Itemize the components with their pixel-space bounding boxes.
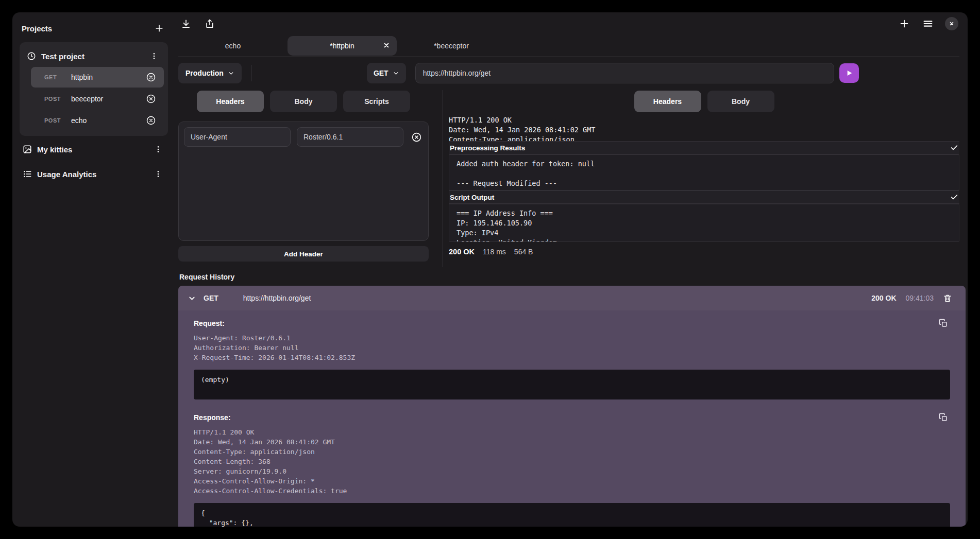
status-time: 118 ms [483,248,506,256]
tab-request-scripts[interactable]: Scripts [343,91,410,112]
menu-button[interactable] [921,17,935,30]
project-header[interactable]: Test project [24,46,164,66]
project-menu-button[interactable] [147,49,161,63]
remove-header-button[interactable] [410,130,423,144]
method-label: GET [374,69,388,77]
project-name: Test project [41,52,142,61]
preprocessing-section-header: Preprocessing Results [449,141,959,154]
header-value-input[interactable] [297,127,403,147]
copy-response-button[interactable] [937,411,950,424]
response-label: Response: [194,413,231,422]
project-group: Test project GET httpbin POST be [20,42,168,136]
check-icon [950,144,958,152]
history-entry: GET https://httpbin.org/get 200 OK 09:41… [178,286,966,527]
check-icon [950,193,958,201]
trash-icon [943,293,952,303]
tab-echo[interactable]: echo [178,36,288,56]
request-item-httpbin[interactable]: GET httpbin [31,67,164,88]
script-output-section-header: Script Output [449,190,959,204]
window-close-button[interactable] [945,17,958,30]
collection-menu-button[interactable] [151,143,165,156]
history-request-section: Request: [194,319,950,328]
method-select[interactable]: GET [367,63,406,83]
close-icon [949,21,955,27]
image-icon [23,145,32,154]
circle-x-icon [146,115,156,126]
copy-icon [939,413,948,422]
remove-request-button[interactable] [144,92,158,106]
request-history-title: Request History [178,271,959,283]
kebab-icon [154,170,162,178]
request-item-echo[interactable]: POST echo [31,110,164,131]
circle-x-icon [146,94,156,104]
history-request-body: (empty) [194,370,950,399]
export-button[interactable] [203,17,216,30]
plus-icon [154,23,164,33]
status-size: 564 B [514,248,533,256]
history-request-headers: User-Agent: Roster/0.6.1 Authorization: … [194,333,950,362]
request-name: beeceptor [71,95,137,103]
tab-request-body[interactable]: Body [270,91,337,112]
history-response-section: Response: [194,413,950,422]
status-code: 200 OK [449,248,475,256]
tab-strip: echo *httpbin *beeceptor [178,35,959,57]
tab-close-icon[interactable] [382,41,391,49]
request-name: httpbin [71,73,137,81]
kebab-icon [150,52,158,60]
environment-select[interactable]: Production [178,63,242,83]
url-input[interactable] [415,63,834,83]
header-row [184,127,423,147]
chevron-down-icon [393,70,399,77]
tab-beeceptor[interactable]: *beeceptor [397,36,506,56]
top-toolbar [178,12,959,35]
tab-httpbin[interactable]: *httpbin [288,36,397,56]
preprocessing-title: Preprocessing Results [450,144,525,152]
import-button[interactable] [179,17,193,30]
history-url: https://httpbin.org/get [243,294,864,302]
add-header-button[interactable]: Add Header [178,246,429,262]
request-bar: Production GET [178,63,959,83]
history-entry-header[interactable]: GET https://httpbin.org/get 200 OK 09:41… [178,286,966,310]
history-response-headers: HTTP/1.1 200 OK Date: Wed, 14 Jan 2026 0… [194,427,950,496]
clock-icon [27,51,36,61]
response-status-bar: 200 OK 118 ms 564 B [449,246,959,257]
new-project-button[interactable] [153,22,166,35]
header-key-input[interactable] [184,127,291,147]
tab-label: echo [225,42,241,50]
share-icon [205,19,215,29]
collection-usage-analytics[interactable]: Usage Analytics [20,163,168,185]
response-headers-preview: HTTP/1.1 200 OK Date: Wed, 14 Jan 2026 0… [449,115,959,141]
sidebar-header: Projects [20,20,168,37]
request-name: echo [71,116,137,125]
tab-response-body[interactable]: Body [707,91,774,112]
request-item-beeceptor[interactable]: POST beeceptor [31,89,164,109]
headers-editor [178,121,429,241]
new-tab-button[interactable] [898,17,911,30]
copy-request-button[interactable] [937,317,950,330]
circle-x-icon [146,72,156,82]
request-method: GET [44,74,64,80]
tab-request-headers[interactable]: Headers [197,91,264,112]
script-output: === IP Address Info === IP: 195.146.105.… [449,204,959,242]
remove-request-button[interactable] [144,71,158,84]
plus-icon [899,18,910,29]
remove-request-button[interactable] [144,114,158,127]
history-entry-body: Request: User-Agent: Roster/0.6.1 Author… [178,310,966,527]
delete-history-button[interactable] [941,291,954,305]
circle-x-icon [411,132,422,143]
tab-response-headers[interactable]: Headers [634,91,701,112]
projects-title: Projects [22,24,52,33]
kebab-icon [154,145,162,153]
collection-my-kitties[interactable]: My kitties [20,138,168,161]
send-request-button[interactable] [839,63,859,83]
request-panel-tabs: Headers Body Scripts [178,90,429,113]
chevron-down-icon [228,70,234,77]
collection-name: Usage Analytics [37,170,146,179]
collection-menu-button[interactable] [151,167,165,181]
history-status: 200 OK [871,294,896,302]
history-method: GET [204,294,218,302]
sidebar: Projects Test project GET [12,12,175,527]
chevron-down-icon[interactable] [188,294,196,303]
play-icon [845,69,853,77]
list-icon [23,169,32,179]
